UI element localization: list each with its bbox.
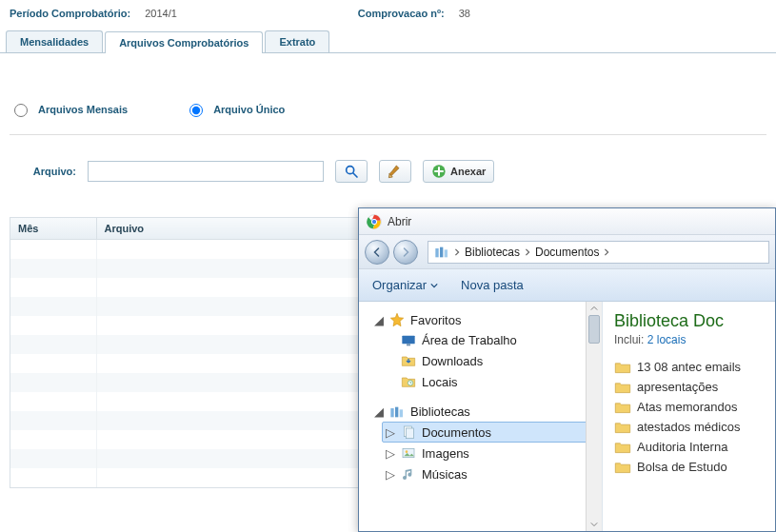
breadcrumb[interactable]: Bibliotecas Documentos	[428, 241, 769, 264]
dialog-nav-bar: Bibliotecas Documentos	[359, 235, 775, 269]
chevron-right-icon	[603, 248, 610, 256]
crumb-bibliotecas[interactable]: Bibliotecas	[465, 246, 520, 259]
folder-icon	[614, 441, 631, 454]
folder-icon	[614, 361, 631, 374]
tree-imagens[interactable]: ▷Imagens	[382, 443, 602, 463]
broom-icon	[388, 164, 403, 179]
tab-arquivos[interactable]: Arquivos Comprobatórios	[105, 31, 263, 53]
radio-arquivos-mensais-label: Arquivos Mensais	[38, 104, 128, 115]
svg-rect-7	[440, 246, 443, 257]
periodo-label: Período Comprobatório:	[10, 8, 130, 19]
dialog-toolbar: Organizar Nova pasta	[359, 269, 775, 302]
library-locations-link[interactable]: 2 locais	[647, 333, 686, 346]
svg-line-1	[353, 173, 357, 177]
dialog-content: Biblioteca Doc Inclui: 2 locais 13 08 an…	[603, 302, 775, 531]
dialog-body: ◢ Favoritos Área de Trabalho Downloads L…	[359, 302, 775, 531]
radio-arquivo-unico[interactable]	[189, 104, 203, 117]
folder-item[interactable]: Auditoria Interna	[614, 440, 764, 454]
arquivo-input[interactable]	[88, 161, 324, 182]
arrow-right-icon	[400, 246, 411, 258]
svg-rect-8	[445, 249, 448, 257]
tab-extrato[interactable]: Extrato	[265, 30, 329, 52]
expand-icon[interactable]: ▷	[386, 425, 395, 440]
scroll-up-icon[interactable]	[587, 302, 602, 315]
file-select-row: Arquivo: Anexar	[10, 160, 766, 183]
scroll-down-icon[interactable]	[587, 518, 602, 531]
dialog-tree[interactable]: ◢ Favoritos Área de Trabalho Downloads L…	[359, 302, 603, 531]
tree-favoritos[interactable]: ◢ Favoritos	[370, 309, 602, 330]
library-icon	[389, 405, 405, 419]
images-icon	[401, 445, 416, 461]
chevron-down-icon	[430, 282, 438, 289]
library-subtitle: Inclui: 2 locais	[614, 333, 764, 346]
tab-bar: Mensalidades Arquivos Comprobatórios Ext…	[0, 30, 776, 53]
browse-button[interactable]	[335, 160, 368, 183]
folder-item[interactable]: atestados médicos	[614, 420, 764, 434]
radio-arquivos-mensais[interactable]	[14, 104, 28, 117]
radio-group-tipo-arquivo: Arquivos Mensais Arquivo Único	[10, 101, 766, 135]
arquivo-label: Arquivo:	[10, 166, 76, 177]
arrow-left-icon	[371, 246, 383, 258]
folder-icon	[614, 461, 631, 474]
download-folder-icon	[401, 353, 416, 368]
tree-documentos[interactable]: ▷Documentos	[382, 422, 602, 443]
tree-downloads[interactable]: Downloads	[382, 350, 602, 371]
chevron-right-icon	[524, 248, 531, 256]
folder-icon	[614, 381, 631, 394]
expand-icon[interactable]: ▷	[386, 446, 395, 461]
svg-point-18	[406, 450, 408, 453]
library-icon	[434, 246, 449, 259]
tree-area-trabalho[interactable]: Área de Trabalho	[382, 330, 602, 350]
periodo-value: 2014/1	[133, 8, 177, 19]
clear-button[interactable]	[379, 160, 411, 183]
anexar-button[interactable]: Anexar	[423, 160, 494, 183]
crumb-documentos[interactable]: Documentos	[535, 246, 599, 259]
page-header: Período Comprobatório: 2014/1 Comprovaca…	[0, 0, 776, 23]
folder-icon	[614, 401, 631, 414]
svg-rect-9	[402, 335, 414, 344]
col-mes: Mês	[10, 218, 96, 240]
nova-pasta-button[interactable]: Nova pasta	[461, 278, 524, 292]
library-title: Biblioteca Doc	[614, 311, 764, 331]
music-icon	[401, 466, 416, 482]
collapse-icon[interactable]: ◢	[374, 404, 384, 419]
recent-icon	[401, 374, 416, 389]
folder-icon	[614, 421, 631, 434]
documents-icon	[401, 424, 416, 440]
nav-forward-button[interactable]	[393, 240, 418, 265]
svg-point-5	[371, 219, 376, 224]
tab-mensalidades[interactable]: Mensalidades	[6, 30, 103, 52]
add-icon	[431, 164, 447, 179]
tree-musicas[interactable]: ▷Músicas	[382, 463, 602, 484]
dialog-title-bar: Abrir	[359, 208, 775, 235]
tree-scrollbar[interactable]	[586, 302, 602, 531]
svg-rect-14	[400, 409, 403, 417]
comprovacao-label: Comprovacao nº:	[358, 8, 445, 19]
anexar-button-label: Anexar	[450, 166, 486, 177]
tree-bibliotecas[interactable]: ◢ Bibliotecas	[370, 402, 602, 422]
folder-item[interactable]: Bolsa de Estudo	[614, 460, 764, 474]
svg-rect-13	[395, 406, 398, 417]
folder-list: 13 08 antec emails apresentações Atas me…	[614, 360, 764, 474]
collapse-icon[interactable]: ◢	[374, 313, 384, 327]
svg-rect-12	[390, 408, 393, 417]
svg-rect-6	[435, 248, 438, 257]
expand-icon[interactable]: ▷	[386, 467, 395, 482]
chevron-right-icon	[453, 248, 461, 256]
folder-item[interactable]: 13 08 antec emails	[614, 360, 764, 374]
dialog-title: Abrir	[388, 215, 411, 228]
organizar-menu[interactable]: Organizar	[372, 278, 438, 292]
folder-item[interactable]: apresentações	[614, 380, 764, 394]
radio-arquivo-unico-label: Arquivo Único	[213, 104, 285, 115]
tree-locais[interactable]: Locais	[382, 371, 602, 392]
file-open-dialog: Abrir Bibliotecas Documentos Organizar N…	[358, 207, 776, 532]
desktop-icon	[401, 334, 416, 347]
folder-item[interactable]: Atas memorandos	[614, 400, 764, 414]
star-icon	[389, 312, 405, 327]
scroll-thumb[interactable]	[588, 315, 600, 344]
chrome-icon	[367, 214, 382, 229]
search-icon	[344, 164, 359, 179]
nav-back-button[interactable]	[365, 240, 389, 265]
svg-rect-10	[407, 344, 410, 345]
svg-rect-16	[406, 428, 413, 439]
